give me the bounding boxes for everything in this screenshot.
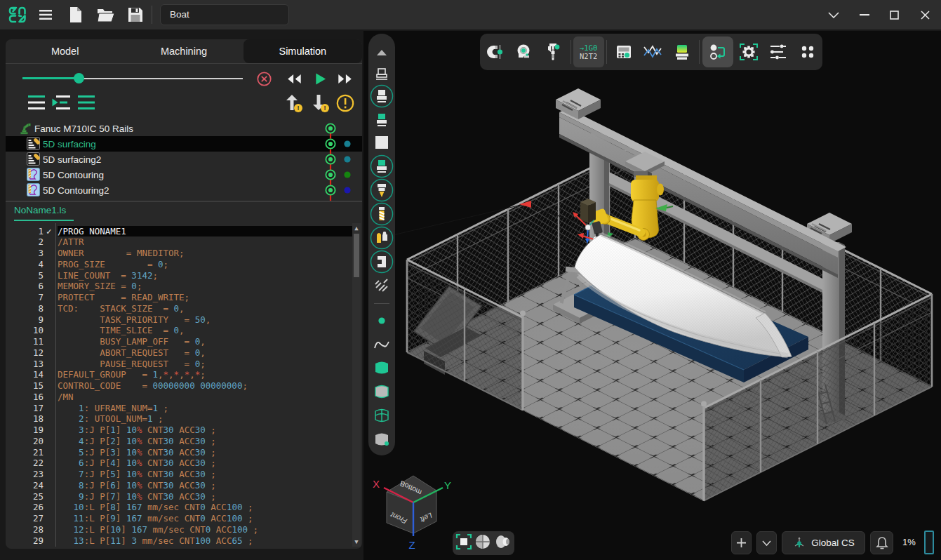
gcode-line[interactable]: 15CONTROL_CODE = 00000000 00000000; xyxy=(14,380,361,392)
tab-model[interactable]: Model xyxy=(6,39,124,63)
surface-gray-icon[interactable] xyxy=(368,380,395,404)
save-file-icon[interactable] xyxy=(125,4,146,25)
gcode-line[interactable]: 1✓/PROG NONAME1 xyxy=(14,226,361,237)
gcode-line[interactable]: 3OWNER = MNEDITOR; xyxy=(14,248,361,259)
gcode-line[interactable]: 26 10:L P[8] 167 mm/sec CNT0 ACC100 ; xyxy=(14,502,361,513)
view-cube[interactable]: Bottom Front Left X Y Z xyxy=(373,476,451,551)
gcode-line[interactable]: 25 9:J P[7] 10% CNT30 ACC30 ; xyxy=(14,491,361,502)
machine-active-icon[interactable] xyxy=(368,154,395,178)
app-logo-icon[interactable] xyxy=(8,5,27,25)
collapse-up-icon[interactable] xyxy=(368,41,395,65)
gcode-line[interactable]: 23 7:J P[5] 10% CNT30 ACC30 ; xyxy=(14,469,361,480)
scroll-up-icon[interactable]: ▲ xyxy=(352,223,361,233)
warnings-icon[interactable] xyxy=(335,93,355,113)
stock-removal-icon[interactable] xyxy=(668,36,696,67)
scrollbar-thumb[interactable] xyxy=(354,234,359,277)
views-dropdown-button[interactable] xyxy=(756,531,777,554)
stop-square-icon[interactable] xyxy=(368,131,395,154)
gcode-line[interactable]: 18 2: UTOOL_NUM=1 ; xyxy=(14,413,361,425)
surface-point-icon[interactable] xyxy=(368,427,395,451)
gcode-line[interactable]: 24 8:J P[6] 10% CNT30 ACC30 ; xyxy=(14,480,361,491)
surface-mesh-icon[interactable] xyxy=(368,404,395,427)
minimize-icon[interactable] xyxy=(854,4,875,25)
gcode-line[interactable]: 5LINE_COUNT = 3142; xyxy=(14,270,361,281)
3d-viewport[interactable]: Bottom Front Left X Y Z →1G0 N2T2 xyxy=(363,31,941,560)
maximize-icon[interactable] xyxy=(883,4,905,25)
calculator-icon[interactable] xyxy=(610,36,638,67)
machine-plain-icon[interactable] xyxy=(368,62,395,86)
gcode-line[interactable]: 19 3:J P[1] 10% CNT30 ACC30 ; xyxy=(14,425,361,436)
simulation-progress-thumb[interactable] xyxy=(74,73,84,84)
rewind-icon[interactable] xyxy=(285,70,303,87)
tree-row-5d-contouring2[interactable]: 5D Contouring2 xyxy=(6,182,362,198)
gcode-line[interactable]: 27 11:L P[9] 167 mm/sec CNT0 ACC100 ; xyxy=(14,513,361,524)
tool-tip-icon[interactable] xyxy=(368,178,395,202)
fit-view-icon[interactable] xyxy=(455,533,472,553)
caliper-icon[interactable] xyxy=(540,36,568,67)
tree-row-machine[interactable]: Fanuc M710IC 50 Rails xyxy=(6,121,362,136)
open-folder-icon[interactable] xyxy=(95,4,116,25)
list-current-icon[interactable] xyxy=(52,94,70,111)
perspective-view-icon[interactable] xyxy=(494,533,512,553)
gcode-line[interactable]: 11 BUSY_LAMP_OFF = 0, xyxy=(14,336,361,347)
coordinate-system-button[interactable]: Global CS xyxy=(782,531,865,554)
machine-stock-icon[interactable] xyxy=(368,108,395,132)
parameters-icon[interactable] xyxy=(764,36,792,67)
snap-magnet-icon[interactable] xyxy=(481,36,509,67)
apps-grid-icon[interactable] xyxy=(794,36,822,67)
shaded-view-icon[interactable] xyxy=(474,533,491,553)
point-marker-icon[interactable] xyxy=(368,309,395,333)
machine-circled-icon[interactable] xyxy=(368,84,395,108)
gcode-line[interactable]: 10 TIME_SLICE = 0, xyxy=(14,325,361,336)
move-robot-icon[interactable] xyxy=(702,36,733,67)
tab-machining[interactable]: Machining xyxy=(124,39,243,63)
next-warning-icon[interactable]: ! xyxy=(310,93,330,113)
new-file-icon[interactable] xyxy=(65,4,86,25)
notifications-button[interactable] xyxy=(870,531,893,554)
add-view-button[interactable] xyxy=(731,531,752,554)
prev-warning-icon[interactable]: ! xyxy=(283,93,303,113)
gcode-line[interactable]: 14DEFAULT_GROUP = 1,*,*,*,*; xyxy=(14,369,361,380)
gcode-line[interactable]: 20 4:J P[2] 10% CNT30 ACC30 ; xyxy=(14,436,361,447)
gcode-line[interactable]: 17 1: UFRAME_NUM=1 ; xyxy=(14,403,361,414)
gcode-file-tab[interactable]: NoName1.ls xyxy=(14,205,66,220)
play-icon[interactable] xyxy=(312,70,330,87)
project-name-input[interactable]: Boat xyxy=(160,4,289,25)
scroll-down-icon[interactable]: ▼ xyxy=(352,537,361,547)
tab-simulation[interactable]: Simulation xyxy=(243,39,362,63)
curve-icon[interactable] xyxy=(368,333,395,356)
tool-drill-icon[interactable] xyxy=(368,202,395,226)
machine-head-icon[interactable] xyxy=(368,250,395,274)
tree-row-5d-surfacing2[interactable]: 5D surfacing2 xyxy=(6,152,362,167)
surface-shaded-icon[interactable] xyxy=(368,356,395,380)
gcode-line[interactable]: 13 PAUSE_REQUEST = 0; xyxy=(14,359,361,370)
gcode-line[interactable]: 28 12:L P[10] 167 mm/sec CNT0 ACC100 ; xyxy=(14,524,361,535)
gcode-line[interactable]: 6MEMORY_SIZE = 0; xyxy=(14,281,361,292)
tree-row-5d-surfacing[interactable]: 5D surfacing xyxy=(6,136,362,152)
gcode-line[interactable]: 8TCD: STACK_SIZE = 0, xyxy=(14,303,361,314)
machine-setup-icon[interactable] xyxy=(735,36,763,67)
gcode-line[interactable]: 9 TASK_PRIORITY = 50, xyxy=(14,314,361,326)
stop-reset-icon[interactable] xyxy=(255,70,273,87)
list-selected-icon[interactable] xyxy=(77,94,95,111)
gcode-line[interactable]: 29 13:L P[11] 3 mm/sec CNT100 ACC65 ; xyxy=(14,535,361,547)
measure-tape-icon[interactable] xyxy=(510,36,538,67)
chips-icon[interactable] xyxy=(368,273,395,297)
gcode-line[interactable]: 7PROTECT = READ_WRITE; xyxy=(14,292,361,303)
gcode-line[interactable]: 4PROG_SIZE = 0; xyxy=(14,259,361,270)
gcode-editor[interactable]: 1✓/PROG NONAME1 2/ATTR3OWNER = MNEDITOR;… xyxy=(14,223,361,547)
fast-forward-icon[interactable] xyxy=(336,70,354,87)
diagrams-icon[interactable] xyxy=(639,36,667,67)
hamburger-menu-icon[interactable] xyxy=(35,4,56,25)
gcode-line[interactable]: 21 5:J P[3] 10% CNT30 ACC30 ; xyxy=(14,447,361,458)
gcode-line[interactable]: 16/MN xyxy=(14,392,361,403)
gcode-mode-button[interactable]: →1G0 N2T2 xyxy=(573,36,604,67)
gcode-line[interactable]: 22 6:J P[4] 10% CNT30 ACC30 ; xyxy=(14,458,361,469)
tool-holder-icon[interactable] xyxy=(368,226,395,250)
tree-row-5d-contouring[interactable]: 5D Contouring xyxy=(6,167,362,182)
editor-scrollbar[interactable]: ▲ ▼ xyxy=(352,223,361,547)
gcode-line[interactable]: 12 ABORT_REQUEST = 0, xyxy=(14,347,361,359)
list-all-icon[interactable] xyxy=(27,94,46,111)
gcode-line[interactable]: 2/ATTR xyxy=(14,236,361,248)
collapse-titlebar-icon[interactable] xyxy=(823,4,844,25)
